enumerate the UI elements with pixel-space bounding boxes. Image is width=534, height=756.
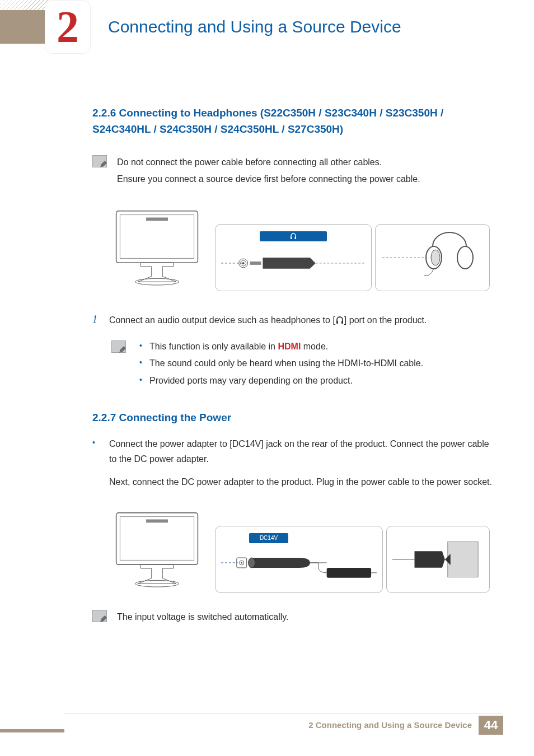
page-footer: 2 Connecting and Using a Source Device 4… <box>64 713 503 732</box>
section-227: 2.2.7 Connecting the Power Connect the p… <box>92 412 495 626</box>
note-text-1: Do not connect the power cable before co… <box>117 154 420 188</box>
chapter-number: 2 <box>57 4 79 49</box>
note-icon <box>92 155 107 167</box>
headphone-diagram-row <box>102 202 495 291</box>
page-number-badge: 44 <box>479 716 503 735</box>
sub-note-block: This function is only available in HDMI … <box>111 338 495 389</box>
chapter-title: Connecting and Using a Source Device <box>108 17 401 36</box>
voltage-note: The input voltage is switched automatica… <box>117 609 289 626</box>
svg-rect-15 <box>341 321 343 324</box>
page-content: 2.2.6 Connecting to Headphones (S22C350H… <box>92 105 495 626</box>
step-1: 1 Connect an audio output device such as… <box>92 314 495 327</box>
bullet-3: Provided ports may vary depending on the… <box>136 372 423 389</box>
svg-point-13 <box>431 250 440 265</box>
note-icon <box>111 340 126 353</box>
header-title-container: Connecting and Using a Source Device <box>64 10 534 44</box>
diagram-wall-socket <box>386 526 490 593</box>
sub-bullet-list: This function is only available in HDMI … <box>136 338 423 389</box>
note-line-1: Do not connect the power cable before co… <box>117 154 420 171</box>
chapter-badge: 2 <box>45 0 91 54</box>
note-block-2: The input voltage is switched automatica… <box>92 609 495 626</box>
bullet-1-after: mode. <box>301 342 328 351</box>
footer-chapter-text: 2 Connecting and Using a Source Device <box>308 720 472 730</box>
footer-accent-bar <box>0 729 64 732</box>
svg-rect-9 <box>250 262 261 265</box>
diagram-monitor <box>102 202 212 291</box>
power-bullet-continuation: Next, connect the DC power adapter to th… <box>92 474 495 489</box>
power-bullet-list: Connect the power adapter to [DC14V] jac… <box>92 436 495 490</box>
note-icon <box>92 610 107 622</box>
step-number-1: 1 <box>92 314 102 327</box>
section-227-heading: 2.2.7 Connecting the Power <box>92 412 495 424</box>
power-bullet-1: Connect the power adapter to [DC14V] jac… <box>92 436 495 466</box>
step-1-before: Connect an audio output device such as h… <box>109 315 335 325</box>
hdmi-highlight: HDMI <box>278 342 301 351</box>
section-226-heading: 2.2.6 Connecting to Headphones (S22C350H… <box>92 105 495 137</box>
dc14v-port-label: DC14V <box>249 533 288 543</box>
svg-point-22 <box>241 562 242 563</box>
svg-rect-4 <box>291 237 292 239</box>
svg-rect-24 <box>327 567 371 577</box>
svg-rect-5 <box>295 237 297 239</box>
bullet-1: This function is only available in HDMI … <box>136 338 423 355</box>
headphone-icon <box>335 316 344 325</box>
bullet-2: The sound could only be heard when using… <box>136 355 423 372</box>
step-1-text: Connect an audio output device such as h… <box>109 314 427 327</box>
note-line-2: Ensure you connect a source device first… <box>117 171 420 188</box>
power-diagram-row: DC14V <box>102 503 495 593</box>
svg-point-12 <box>457 246 473 269</box>
svg-rect-2 <box>146 217 168 221</box>
diagram-power-port: DC14V <box>215 526 383 593</box>
svg-rect-18 <box>146 519 168 522</box>
bullet-1-before: This function is only available in <box>149 342 278 351</box>
note-block-1: Do not connect the power cable before co… <box>92 154 495 188</box>
diagram-monitor-2 <box>102 503 212 593</box>
svg-rect-17 <box>120 516 194 560</box>
diagram-headphones <box>375 224 490 291</box>
step-1-after: ] port on the product. <box>344 315 427 325</box>
svg-point-23 <box>249 558 255 568</box>
headphone-port-label <box>260 231 327 241</box>
svg-rect-1 <box>120 214 194 258</box>
diagram-headphone-port <box>215 224 372 291</box>
svg-rect-14 <box>336 321 338 324</box>
svg-rect-26 <box>448 542 478 577</box>
